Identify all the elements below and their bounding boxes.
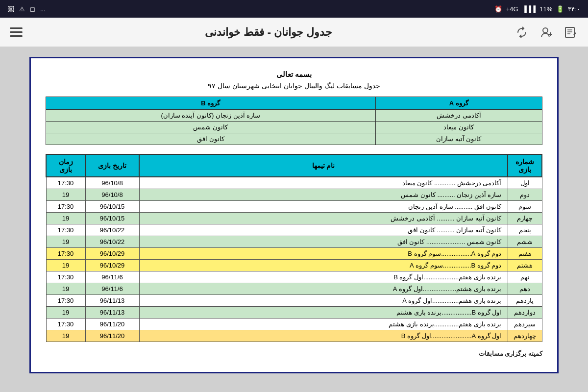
row-time: 17:30 — [46, 248, 85, 260]
row-teams: آکادمی درخشش ............ کانون میعاد — [139, 177, 508, 189]
row-number: دوم — [508, 189, 542, 201]
row-teams: دوم گروه B................سوم گروه A — [139, 260, 508, 271]
row-teams: کانون افق .......... سازه آذین زنجان — [139, 201, 508, 213]
status-battery-icon: 🔋 — [556, 5, 564, 13]
status-time: ۳۴:۰ — [568, 5, 580, 13]
table-row: هفتمدوم گروه A.................سوم گروه … — [46, 248, 542, 260]
row-time: 19 — [46, 307, 85, 318]
row-date: 96/11/13 — [85, 295, 139, 307]
refresh-icon[interactable] — [514, 25, 529, 40]
table-row: هشتمدوم گروه B................سوم گروه A… — [46, 260, 542, 271]
row-teams: برنده بازی هفتم....................اول گ… — [139, 271, 508, 283]
table-row: ششمکانون شمس ...................... کانو… — [46, 236, 542, 248]
table-row: چهارمکانون آتیه سازان .......... آکادمی … — [46, 213, 542, 224]
row-number: نهم — [508, 271, 542, 283]
table-row: سیزدهمبرنده بازی هفتم..............برنده… — [46, 318, 542, 330]
row-date: 96/10/29 — [85, 248, 139, 260]
row-date: 96/10/8 — [85, 177, 139, 189]
row-date: 96/10/8 — [85, 189, 139, 201]
row-teams: دوم گروه A.................سوم گروه B — [139, 248, 508, 260]
row-date: 96/10/22 — [85, 236, 139, 248]
svg-point-5 — [543, 28, 548, 33]
table-row: یازدهمبرنده بازی هفتم...............اول … — [46, 295, 542, 307]
toolbar-title: جدول جوانان - فقط خواندنی — [23, 26, 514, 39]
row-date: 96/10/15 — [85, 201, 139, 213]
edit-icon[interactable] — [564, 25, 578, 40]
row-time: 17:30 — [46, 271, 85, 283]
row-time: 19 — [46, 283, 85, 295]
status-network: 4G+ — [506, 5, 518, 13]
group-a-team-2: کانون میعاد — [375, 122, 542, 133]
row-teams: برنده بازی هشتم...................اول گر… — [139, 283, 508, 295]
row-number: یازدهم — [508, 295, 542, 307]
row-time: 17:30 — [46, 318, 85, 330]
status-photo-icon: 🖼 — [8, 5, 14, 13]
row-number: دوازدهم — [508, 307, 542, 318]
row-date: 96/10/15 — [85, 213, 139, 224]
person-add-icon[interactable] — [539, 25, 554, 40]
group-b-header: گروه B — [46, 97, 376, 110]
table-row: دومسازه آذین زنجان .......... کانون شمس9… — [46, 189, 542, 201]
svg-rect-0 — [565, 27, 574, 37]
row-date: 96/11/6 — [85, 271, 139, 283]
row-time: 17:30 — [46, 295, 85, 307]
row-time: 19 — [46, 236, 85, 248]
row-number: ششم — [508, 236, 542, 248]
row-time: 19 — [46, 330, 85, 342]
header-time: زمان بازی — [46, 154, 85, 177]
row-teams: برنده بازی هفتم...............اول گروه A — [139, 295, 508, 307]
status-alert-icon: ⚠ — [19, 5, 25, 13]
row-time: 17:30 — [46, 177, 85, 189]
row-teams: سازه آذین زنجان .......... کانون شمس — [139, 189, 508, 201]
row-number: هشتم — [508, 260, 542, 271]
row-number: سیزدهم — [508, 318, 542, 330]
doc-subtitle: جدول مسابقات لیگ والیبال جوانان انتخابی … — [46, 82, 542, 90]
status-right: ... ◻ ⚠ 🖼 — [8, 5, 46, 13]
row-teams: اول گروه A.......................اول گرو… — [139, 330, 508, 342]
table-row: دوازدهماول گروه B.................برنده … — [46, 307, 542, 318]
main-content: بسمه تعالی جدول مسابقات لیگ والیبال جوان… — [0, 47, 588, 392]
table-row: چهاردهماول گروه A.......................… — [46, 330, 542, 342]
row-date: 96/11/20 — [85, 318, 139, 330]
row-teams: کانون شمس ...................... کانون ا… — [139, 236, 508, 248]
status-alarm-icon: ⏰ — [494, 5, 502, 13]
status-left: ۳۴:۰ 🔋 11% ▐▐▐ 4G+ ⏰ — [494, 5, 580, 13]
group-b-team-2: کانون شمس — [46, 122, 376, 133]
group-a-header: گروه A — [375, 97, 542, 110]
row-number: هفتم — [508, 248, 542, 260]
row-date: 96/10/29 — [85, 260, 139, 271]
header-date: تاریخ بازی — [85, 154, 139, 177]
status-battery: 11% — [539, 5, 552, 13]
row-teams: کانون آتیه سازان .......... کانون افق — [139, 224, 508, 236]
status-instagram-icon: ◻ — [30, 5, 35, 13]
schedule-table: شماره بازی نام تیمها تاریخ بازی زمان باز… — [46, 154, 542, 342]
table-row: دهمبرنده بازی هشتم...................اول… — [46, 283, 542, 295]
group-a-team-3: کانون آتیه سازان — [375, 133, 542, 145]
row-number: دهم — [508, 283, 542, 295]
toolbar: جدول جوانان - فقط خواندنی — [0, 18, 588, 47]
row-time: 17:30 — [46, 224, 85, 236]
row-number: چهاردهم — [508, 330, 542, 342]
status-signal: ▐▐▐ — [522, 5, 536, 13]
group-a-team-1: آکادمی درخشش — [375, 110, 542, 122]
row-time: 19 — [46, 213, 85, 224]
header-number: شماره بازی — [508, 154, 542, 177]
row-date: 96/11/6 — [85, 283, 139, 295]
doc-besmellah: بسمه تعالی — [46, 70, 542, 79]
row-number: پنجم — [508, 224, 542, 236]
group-b-team-1: سازه آذین زنجان (کانون آینده سازان) — [46, 110, 376, 122]
table-row: سومکانون افق .......... سازه آذین زنجان9… — [46, 201, 542, 213]
row-teams: کانون آتیه سازان .......... آکادمی درخشش — [139, 213, 508, 224]
status-bar: ۳۴:۰ 🔋 11% ▐▐▐ 4G+ ⏰ ... ◻ ⚠ 🖼 — [0, 0, 588, 18]
hamburger-menu-icon[interactable] — [10, 27, 23, 37]
row-time: 17:30 — [46, 201, 85, 213]
table-row: پنجمکانون آتیه سازان .......... کانون اف… — [46, 224, 542, 236]
toolbar-left-icons — [514, 25, 578, 40]
group-b-team-3: کانون افق — [46, 133, 376, 145]
row-date: 96/10/22 — [85, 224, 139, 236]
table-row: اولآکادمی درخشش ............ کانون میعاد… — [46, 177, 542, 189]
groups-table: گروه A گروه B آکادمی درخشش سازه آذین زنج… — [46, 97, 542, 145]
row-number: چهارم — [508, 213, 542, 224]
table-row: نهمبرنده بازی هفتم....................او… — [46, 271, 542, 283]
status-dots: ... — [40, 5, 46, 13]
